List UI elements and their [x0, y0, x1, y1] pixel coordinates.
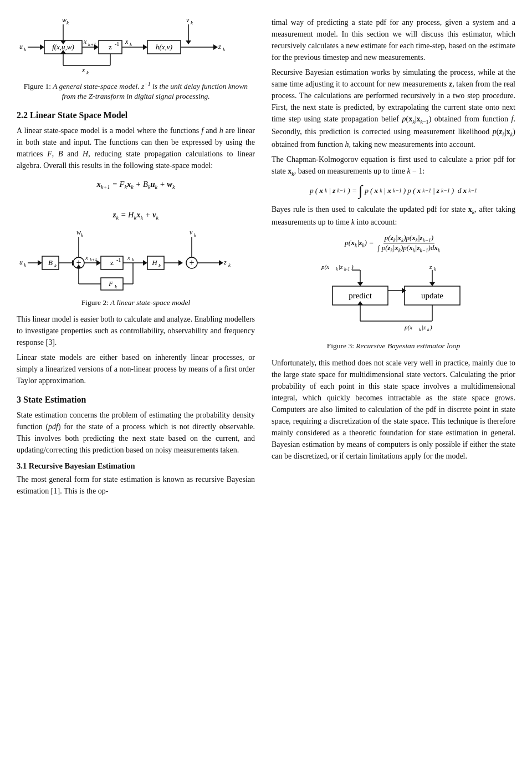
svg-text:update: update	[421, 291, 443, 300]
svg-marker-69	[178, 260, 183, 266]
svg-text:p(x: p(x	[404, 324, 412, 331]
svg-text:k: k	[132, 257, 134, 262]
integral-equation: p(xk|zk−1) = ∫ p(xk|xk−1)p(xk−1|zk−1) dx…	[272, 184, 515, 198]
svg-text:k: k	[427, 327, 429, 332]
svg-text:v: v	[190, 229, 193, 236]
svg-text:k+1: k+1	[90, 257, 97, 262]
svg-text:h(x,v): h(x,v)	[156, 43, 172, 51]
svg-text:-1: -1	[116, 257, 121, 263]
svg-marker-20	[143, 44, 147, 50]
svg-text:z: z	[429, 263, 432, 270]
figure1-block: w k v k u k f(x,u,w) x k	[17, 17, 255, 102]
svg-text:): )	[351, 263, 354, 271]
svg-text:H: H	[151, 258, 157, 267]
figure2-block: w k v k u k B k	[17, 229, 255, 308]
right-para1: timal way of predicting a state pdf for …	[272, 17, 515, 63]
svg-text:k: k	[81, 232, 84, 238]
figure3-diagram: p(x k |z k-1 ) z k predict	[310, 260, 477, 338]
svg-text:F: F	[108, 279, 114, 288]
svg-text:u: u	[19, 43, 23, 50]
svg-text:B: B	[48, 258, 53, 267]
equations-block: xk+1 = Fkxk + Bkuk + wk zk = Hkxk + vk	[17, 177, 255, 223]
svg-text:-1: -1	[115, 41, 119, 47]
svg-text:+: +	[189, 258, 194, 267]
svg-text:z: z	[110, 258, 114, 267]
svg-text:x: x	[81, 66, 85, 74]
right-para4: Bayes rule is then used to calculate the…	[272, 204, 515, 228]
svg-text:z: z	[218, 43, 221, 50]
sec22-heading: 2.2 Linear State Space Model	[17, 110, 255, 121]
fig3-caption: Figure 3: Recursive Bayesian estimator l…	[272, 341, 515, 352]
sec22-para1: A linear state-space model is a model wh…	[17, 125, 255, 171]
svg-marker-7	[40, 44, 44, 50]
svg-text:w: w	[76, 229, 81, 236]
svg-text:v: v	[186, 17, 190, 24]
svg-text:k: k	[24, 262, 27, 268]
svg-text:p(x: p(x	[321, 263, 329, 271]
svg-marker-75	[219, 260, 223, 266]
svg-marker-55	[96, 260, 101, 266]
svg-marker-44	[38, 260, 42, 266]
svg-text:): )	[429, 324, 432, 331]
fig1-caption: Figure 1: A general state-space model. z…	[17, 80, 255, 102]
svg-marker-26	[186, 40, 191, 44]
svg-text:z: z	[223, 258, 227, 266]
svg-text:|z: |z	[422, 324, 426, 330]
page: w k v k u k f(x,u,w) x k	[0, 0, 532, 773]
svg-text:k: k	[336, 267, 338, 272]
figure1-diagram: w k v k u k f(x,u,w) x k	[17, 17, 249, 78]
svg-marker-95	[357, 282, 363, 286]
svg-text:k-1: k-1	[344, 267, 350, 272]
fig2-caption: Figure 2: A linear state-space model	[17, 298, 255, 308]
fig2-para1: This linear model is easier both to calc…	[17, 313, 255, 348]
svg-text:k: k	[24, 47, 27, 52]
svg-text:x: x	[125, 38, 129, 45]
svg-text:|z: |z	[339, 263, 343, 270]
right-para5: Unfortunately, this method does not scal…	[272, 357, 515, 462]
fraction-equation: p(xk|zk) = p(zk|xk)p(xk|zk−1) ∫ p(zk|xk)…	[272, 233, 515, 253]
svg-marker-28	[213, 44, 218, 50]
svg-text:u: u	[19, 258, 23, 266]
fig2-para2: Linear state models are either based on …	[17, 352, 255, 387]
svg-text:k: k	[66, 20, 69, 26]
figure3-container: p(x k |z k-1 ) z k predict	[272, 260, 515, 338]
svg-text:k: k	[419, 327, 421, 332]
svg-text:predict: predict	[349, 291, 372, 300]
sec3-para1: State estimation concerns the problem of…	[17, 409, 255, 456]
svg-marker-97	[429, 282, 435, 286]
right-column: timal way of predicting a state pdf for …	[266, 17, 515, 756]
svg-text:k: k	[194, 232, 197, 238]
svg-text:x: x	[85, 254, 88, 261]
svg-text:k: k	[191, 20, 193, 26]
svg-text:k: k	[223, 47, 226, 52]
svg-text:w: w	[62, 17, 66, 24]
left-column: w k v k u k f(x,u,w) x k	[17, 17, 266, 756]
svg-text:k+1: k+1	[88, 42, 96, 47]
svg-text:x: x	[83, 38, 87, 45]
figure2-diagram: w k v k u k B k	[17, 229, 249, 296]
sec31-heading: 3.1 Recursive Bayesian Estimation	[17, 461, 255, 471]
svg-text:k: k	[130, 42, 132, 47]
sec3-heading: 3 State Estimation	[17, 394, 255, 406]
right-para2: Recursive Bayesian estimation works by s…	[272, 67, 515, 150]
svg-marker-62	[143, 260, 147, 266]
sec31-para1: The most general form for state estimati…	[17, 474, 255, 497]
svg-text:k: k	[434, 267, 436, 272]
svg-text:x: x	[127, 254, 130, 261]
svg-text:k: k	[228, 262, 231, 268]
right-para3: The Chapman-Kolmogorov equation is first…	[272, 154, 515, 178]
svg-text:z: z	[109, 43, 112, 51]
svg-text:k: k	[86, 70, 89, 75]
